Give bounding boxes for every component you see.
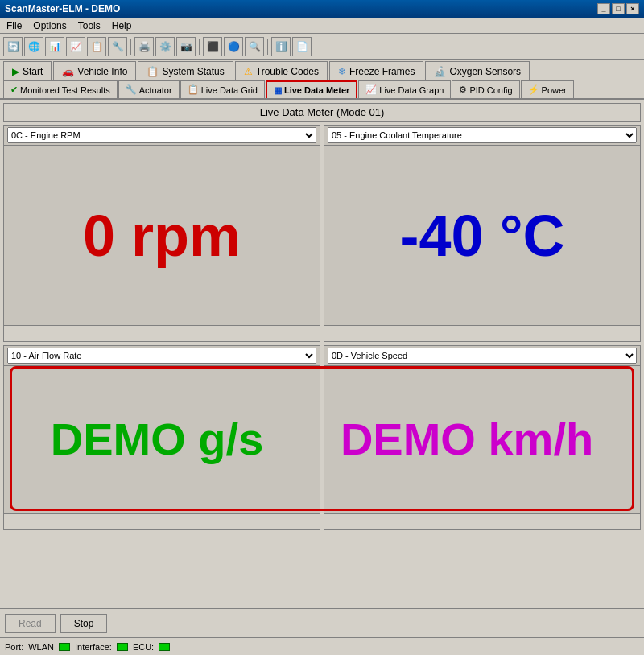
separator-6 (130, 39, 131, 55)
minimize-btn[interactable]: _ (597, 3, 610, 14)
toolbar-btn-0[interactable]: 🔄 (3, 37, 23, 56)
menu-bar: File Options Tools Help (0, 18, 644, 34)
speed-body (324, 366, 640, 513)
interface-label: Interface: (75, 642, 112, 652)
tabs-row2: ✔ Monitored Test Results 🔧 Actuator 📋 Li… (0, 80, 644, 100)
graph-icon: 📈 (365, 84, 377, 95)
tab-power-label: Power (542, 85, 567, 95)
maximize-btn[interactable]: □ (612, 3, 625, 14)
toolbar-btn-13[interactable]: 🔍 (245, 37, 264, 56)
speed-footer (324, 513, 640, 529)
tab-actuator[interactable]: 🔧 Actuator (118, 80, 180, 98)
toolbar-btn-12[interactable]: 🔵 (224, 37, 243, 56)
toolbar-btn-8[interactable]: ⚙️ (155, 37, 175, 56)
title-bar: ScanMaster-ELM - DEMO _ □ × (0, 0, 644, 18)
tab-start[interactable]: ▶ Start (3, 61, 52, 80)
speed-header: 0D - Vehicle Speed (324, 346, 640, 366)
meter-icon: ▦ (274, 85, 282, 96)
check-icon: ✔ (10, 84, 18, 95)
stop-button[interactable]: Stop (60, 614, 108, 633)
actuator-icon: 🔧 (126, 84, 137, 95)
toolbar-btn-11[interactable]: ⬛ (203, 37, 222, 56)
toolbar-btn-1[interactable]: 🌐 (24, 37, 43, 56)
tab-pid-config[interactable]: ⚙ PID Config (452, 80, 519, 98)
toolbar-btn-16[interactable]: 📄 (292, 37, 312, 56)
interface-led (117, 643, 128, 651)
tab-actuator-label: Actuator (139, 85, 172, 95)
window-title: ScanMaster-ELM - DEMO (5, 3, 120, 14)
menu-tools[interactable]: Tools (75, 19, 104, 32)
top-meter-row: 0C - Engine RPM 0 rpm 05 - Engine Coolan… (3, 125, 641, 342)
ecu-led (159, 643, 170, 651)
tab-power[interactable]: ⚡ Power (521, 80, 574, 98)
bottom-buttons: Read Stop (0, 608, 644, 637)
toolbar-btn-15[interactable]: ℹ️ (271, 37, 291, 56)
coolant-value: -40 °C (400, 203, 565, 269)
freeze-icon: ❄ (338, 66, 346, 77)
airflow-header: 10 - Air Flow Rate (4, 346, 320, 366)
tab-freeze-frames[interactable]: ❄ Freeze Frames (329, 61, 423, 80)
toolbar-btn-7[interactable]: 🖨️ (134, 37, 154, 56)
tab-live-data-graph-label: Live Data Graph (379, 85, 444, 95)
section-title: Live Data Meter (Mode 01) (3, 103, 641, 122)
status-bar: Port: WLAN Interface: ECU: (0, 637, 644, 655)
tab-monitored[interactable]: ✔ Monitored Test Results (3, 80, 118, 98)
airflow-footer (4, 513, 320, 529)
toolbar-btn-3[interactable]: 📈 (66, 37, 85, 56)
toolbar: 🔄🌐📊📈📋🔧🖨️⚙️📷⬛🔵🔍ℹ️📄 (0, 34, 644, 60)
tabs-row1: ▶ Start 🚗 Vehicle Info 📋 System Status ⚠… (0, 60, 644, 80)
tab-oxygen-sensors-label: Oxygen Sensors (449, 66, 521, 77)
tab-monitored-label: Monitored Test Results (20, 85, 110, 95)
read-button[interactable]: Read (5, 614, 56, 633)
toolbar-btn-9[interactable]: 📷 (176, 37, 196, 56)
airflow-body (4, 366, 320, 513)
coolant-cell: 05 - Engine Coolant Temperature -40 °C (324, 125, 641, 342)
rpm-footer (4, 325, 320, 341)
coolant-footer (324, 325, 640, 341)
rpm-header: 0C - Engine RPM (4, 126, 320, 146)
coolant-header: 05 - Engine Coolant Temperature (324, 126, 640, 146)
tab-live-data-grid-label: Live Data Grid (201, 85, 258, 95)
port-led (59, 643, 70, 651)
separator-14 (267, 39, 268, 55)
content-area: Live Data Meter (Mode 01) 0C - Engine RP… (0, 100, 644, 608)
tab-trouble-codes-label: Trouble Codes (256, 66, 319, 77)
oxygen-icon: 🔬 (434, 66, 446, 77)
toolbar-btn-5[interactable]: 🔧 (108, 37, 127, 56)
rpm-value: 0 rpm (83, 203, 241, 269)
warning-icon: ⚠ (244, 66, 253, 77)
tab-start-label: Start (23, 66, 43, 77)
close-btn[interactable]: × (626, 3, 639, 14)
toolbar-btn-4[interactable]: 📋 (87, 37, 106, 56)
tab-system-status[interactable]: 📋 System Status (138, 61, 233, 80)
power-icon: ⚡ (528, 84, 539, 95)
tab-vehicle-info[interactable]: 🚗 Vehicle Info (53, 61, 136, 80)
title-controls: _ □ × (597, 3, 639, 14)
coolant-body: -40 °C (324, 146, 640, 325)
separator-10 (199, 39, 200, 55)
rpm-cell: 0C - Engine RPM 0 rpm (3, 125, 320, 342)
tab-freeze-frames-label: Freeze Frames (349, 66, 415, 77)
grid-icon: 📋 (188, 84, 199, 95)
menu-file[interactable]: File (3, 19, 25, 32)
rpm-select[interactable]: 0C - Engine RPM (7, 127, 316, 143)
tab-oxygen-sensors[interactable]: 🔬 Oxygen Sensors (425, 61, 530, 80)
speed-select[interactable]: 0D - Vehicle Speed (328, 348, 637, 364)
toolbar-btn-2[interactable]: 📊 (45, 37, 64, 56)
car-icon: 🚗 (62, 66, 74, 77)
coolant-select[interactable]: 05 - Engine Coolant Temperature (328, 127, 637, 143)
play-icon: ▶ (12, 66, 19, 77)
tab-live-data-grid[interactable]: 📋 Live Data Grid (180, 80, 265, 98)
bottom-meter-row: 10 - Air Flow Rate 0D - Vehicle Speed (3, 345, 641, 530)
port-value: WLAN (28, 642, 54, 652)
status-icon: 📋 (147, 66, 159, 77)
tab-live-data-graph[interactable]: 📈 Live Data Graph (358, 80, 451, 98)
tab-live-data-meter[interactable]: ▦ Live Data Meter (266, 80, 357, 98)
menu-options[interactable]: Options (30, 19, 69, 32)
airflow-select[interactable]: 10 - Air Flow Rate (7, 348, 316, 364)
pid-icon: ⚙ (459, 84, 467, 95)
airflow-cell: 10 - Air Flow Rate (3, 345, 320, 530)
tab-system-status-label: System Status (162, 66, 224, 77)
tab-trouble-codes[interactable]: ⚠ Trouble Codes (235, 61, 328, 80)
menu-help[interactable]: Help (109, 19, 135, 32)
